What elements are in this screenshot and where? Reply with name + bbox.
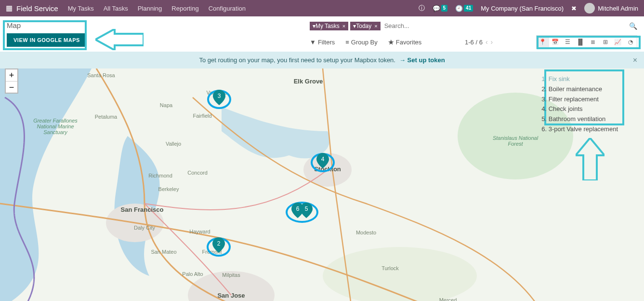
- task-list-panel: 1. Fix sink 2. Boiler maintenance 3. Fil…: [537, 71, 623, 137]
- zoom-in-button[interactable]: +: [6, 69, 17, 81]
- groupby-button[interactable]: ≡Group By: [345, 39, 378, 46]
- view-calendar-button[interactable]: 📅: [549, 36, 562, 48]
- alert-text: To get routing on your map, you first ne…: [199, 56, 395, 64]
- view-list-button[interactable]: ≣: [587, 36, 599, 48]
- svg-text:5: 5: [305, 205, 308, 212]
- map-pin-2[interactable]: 2: [212, 237, 225, 253]
- svg-text:6: 6: [296, 205, 300, 212]
- filter-facet-my-tasks[interactable]: ▾ My Tasks×: [310, 22, 348, 30]
- setup-token-link[interactable]: → Set up token: [399, 56, 445, 64]
- task-item[interactable]: 3. Filter replacement: [541, 95, 618, 105]
- activities-icon[interactable]: 🕘41: [455, 5, 473, 12]
- svg-text:4: 4: [321, 156, 325, 163]
- filters-button[interactable]: ▼Filters: [310, 39, 335, 46]
- pager-next[interactable]: ›: [491, 38, 493, 46]
- task-item[interactable]: 2. Boiler maintenance: [541, 84, 618, 95]
- user-menu[interactable]: Mitchell Admin: [584, 3, 638, 14]
- page-title: Map: [7, 21, 87, 29]
- map-pin-4[interactable]: 4: [316, 153, 329, 168]
- app-brand[interactable]: Field Service: [16, 4, 58, 13]
- svg-text:3: 3: [218, 93, 221, 99]
- tools-icon[interactable]: ✖: [571, 5, 577, 12]
- zoom-out-button[interactable]: −: [6, 81, 17, 93]
- map[interactable]: + − Santa Rosa Petaluma Napa Vacaville F…: [0, 68, 644, 301]
- apps-icon[interactable]: ▦: [6, 4, 13, 13]
- company-switcher[interactable]: My Company (San Francisco): [481, 5, 564, 12]
- zoom-controls: + −: [5, 68, 18, 94]
- map-pin-5[interactable]: 5: [300, 203, 313, 218]
- menu-reporting[interactable]: Reporting: [171, 5, 198, 12]
- svg-text:2: 2: [217, 240, 221, 247]
- view-gantt-button[interactable]: ▐▌: [574, 36, 587, 48]
- messages-badge: 5: [441, 5, 448, 12]
- activities-badge: 41: [464, 5, 473, 12]
- pager: 1-6 / 6 ‹ ›: [465, 38, 493, 46]
- favorites-button[interactable]: ★Favorites: [388, 39, 421, 46]
- messages-icon[interactable]: 💬5: [433, 5, 448, 12]
- task-item[interactable]: 1. Fix sink: [541, 74, 618, 84]
- task-item[interactable]: 4. Check joints: [541, 104, 618, 114]
- search-input[interactable]: [382, 21, 629, 30]
- view-switcher: 📍 📅 ☰ ▐▌ ≣ ⊞ 📈 ◔: [536, 35, 637, 49]
- facet-remove[interactable]: ×: [374, 23, 377, 29]
- filter-facet-today[interactable]: ▾ Today×: [350, 22, 380, 30]
- task-item[interactable]: 5. Bathroom ventilation: [541, 114, 618, 124]
- view-in-google-maps-button[interactable]: VIEW IN GOOGLE MAPS: [7, 33, 87, 47]
- avatar: [584, 3, 595, 14]
- view-graph-button[interactable]: 📈: [612, 36, 624, 48]
- menu-planning[interactable]: Planning: [138, 5, 162, 12]
- pager-text[interactable]: 1-6 / 6: [465, 39, 483, 46]
- pager-prev[interactable]: ‹: [486, 38, 488, 46]
- task-item[interactable]: 6. 3-port Valve replacement: [541, 124, 618, 135]
- alert-close-button[interactable]: ×: [633, 56, 637, 65]
- menu-configuration[interactable]: Configuration: [209, 5, 246, 12]
- facet-remove[interactable]: ×: [342, 23, 345, 29]
- view-activity-button[interactable]: ◔: [624, 36, 637, 48]
- map-pin-3[interactable]: 3: [213, 90, 225, 105]
- user-name: Mitchell Admin: [598, 5, 638, 12]
- main-menu: My Tasks All Tasks Planning Reporting Co…: [68, 5, 246, 12]
- wifi-icon[interactable]: ⓘ: [419, 4, 425, 13]
- search-icon[interactable]: 🔍: [629, 22, 637, 30]
- mapbox-token-alert: To get routing on your map, you first ne…: [0, 52, 644, 68]
- view-pivot-button[interactable]: ⊞: [599, 36, 612, 48]
- view-map-button[interactable]: 📍: [537, 36, 549, 48]
- menu-my-tasks[interactable]: My Tasks: [68, 5, 94, 12]
- view-kanban-button[interactable]: ☰: [562, 36, 574, 48]
- menu-all-tasks[interactable]: All Tasks: [104, 5, 128, 12]
